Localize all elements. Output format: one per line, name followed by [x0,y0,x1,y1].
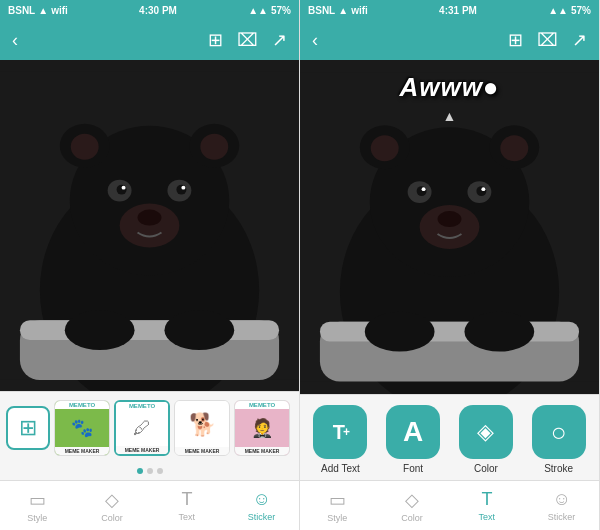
battery-left: 57% [271,5,291,16]
svg-point-24 [371,135,399,161]
text-position-handle[interactable]: ▲ [443,108,457,124]
svg-point-12 [181,186,185,190]
sticker-bottom-label-1: MEME MAKER [116,446,168,454]
sticker-emoji-0: 🐾 [71,409,93,447]
top-toolbar-left: ‹ ⊞ ⌧ ↗ [0,20,299,60]
tab-color-left[interactable]: ◇ Color [75,489,150,523]
style-tab-icon-right: ▭ [329,489,346,511]
svg-point-17 [65,310,135,350]
svg-point-28 [417,186,427,196]
sticker-bottom-label-2: MEME MAKER [175,447,229,455]
signal-bars-left: ▲▲ [248,5,268,16]
color-tab-icon-left: ◇ [105,489,119,511]
tab-sticker-right[interactable]: ☺ Sticker [524,489,599,522]
sticker-bottom-label-3: MEME MAKER [235,447,289,455]
sticker-tab-label-left: Sticker [248,512,276,522]
share-icon-right[interactable]: ↗ [572,29,587,51]
share-icon-left[interactable]: ↗ [272,29,287,51]
font-button[interactable]: A Font [386,405,440,474]
tab-text-left[interactable]: T Text [150,489,225,522]
svg-point-10 [176,185,186,195]
sticker-card-pink[interactable]: MEMETO 🤵 MEME MAKER [234,400,290,456]
sticker-bottom-label-0: MEME MAKER [55,447,109,455]
tab-sticker-left[interactable]: ☺ Sticker [224,489,299,522]
sticker-emoji-3: 🤵 [251,409,273,447]
tab-text-right[interactable]: T Text [450,489,525,522]
sticker-card-green[interactable]: MEMETO 🐾 MEME MAKER [54,400,110,456]
color-button[interactable]: ◈ Color [459,405,513,474]
meme-text-overlay[interactable]: Awww● [399,72,499,103]
svg-rect-16 [20,320,279,340]
status-left-right: BSNL ▲ wifi [308,5,368,16]
svg-point-25 [500,135,528,161]
dot-1 [147,468,153,474]
wifi-icon-left: wifi [51,5,68,16]
svg-point-30 [422,187,426,191]
svg-point-37 [464,312,534,352]
back-button-right[interactable]: ‹ [312,30,318,51]
panel-left: BSNL ▲ wifi 4:30 PM ▲▲ 57% ‹ ⊞ ⌧ ↗ [0,0,300,530]
svg-point-18 [164,310,234,350]
color-tab-label-left: Color [101,513,123,523]
signal-icon-right: ▲ [338,5,348,16]
color-tab-label-right: Color [401,513,423,523]
svg-point-9 [117,185,127,195]
text-tab-label-left: Text [179,512,196,522]
bottom-tabs-right: ▭ Style ◇ Color T Text ☺ Sticker [300,480,599,530]
photo-icon-right[interactable]: ⊞ [508,29,523,51]
status-right-left: ▲▲ 57% [248,5,291,16]
signal-icon-left: ▲ [38,5,48,16]
style-tab-label-right: Style [327,513,347,523]
toolbar-icons-right-right: ⊞ ⌧ ↗ [508,29,587,51]
sticker-area: ⊞ MEMETO 🐾 MEME MAKER MEMETO 🖊 MEME MAKE… [0,392,299,464]
status-bar-left: BSNL ▲ wifi 4:30 PM ▲▲ 57% [0,0,299,20]
stroke-icon: ○ [532,405,586,459]
sticker-top-label-1: MEMETO [116,402,168,410]
text-tab-label-right: Text [479,512,496,522]
sticker-tab-label-right: Sticker [548,512,576,522]
time-left: 4:30 PM [139,5,177,16]
crop-icon-left[interactable]: ⌧ [237,29,258,51]
carrier-left: BSNL [8,5,35,16]
carrier-right: BSNL [308,5,335,16]
svg-point-14 [138,210,162,226]
svg-point-31 [481,187,485,191]
sticker-emoji-1: 🖊 [133,410,151,446]
tab-color-right[interactable]: ◇ Color [375,489,450,523]
stroke-button[interactable]: ○ Stroke [532,405,586,474]
bottom-tabs-left: ▭ Style ◇ Color T Text ☺ Sticker [0,480,299,530]
status-bar-right: BSNL ▲ wifi 4:31 PM ▲▲ 57% [300,0,599,20]
color-tab-icon-right: ◇ [405,489,419,511]
sticker-selector-button[interactable]: ⊞ [6,406,50,450]
status-right-right: ▲▲ 57% [548,5,591,16]
sticker-tab-icon-left: ☺ [252,489,270,510]
photo-icon-left[interactable]: ⊞ [208,29,223,51]
tab-style-left[interactable]: ▭ Style [0,489,75,523]
bear-image-left [0,60,299,391]
svg-point-11 [122,186,126,190]
sticker-tab-icon-right: ☺ [552,489,570,510]
dot-0 [137,468,143,474]
sticker-top-label-0: MEMETO [55,401,109,409]
add-text-icon: T+ [313,405,367,459]
svg-point-5 [71,134,99,160]
battery-right: 57% [571,5,591,16]
top-toolbar-right: ‹ ⊞ ⌧ ↗ [300,20,599,60]
tools-section: T+ Add Text A Font ◈ Color ○ Stroke [300,394,599,480]
dot-2 [157,468,163,474]
image-area-left [0,60,299,391]
color-label: Color [474,463,498,474]
sticker-card-memeto[interactable]: MEMETO 🖊 MEME MAKER [114,400,170,456]
sticker-section: ⊞ MEMETO 🐾 MEME MAKER MEMETO 🖊 MEME MAKE… [0,391,299,480]
color-icon: ◈ [459,405,513,459]
svg-rect-35 [320,322,579,342]
add-text-button[interactable]: T+ Add Text [313,405,367,474]
tab-style-right[interactable]: ▭ Style [300,489,375,523]
add-text-label: Add Text [321,463,360,474]
crop-icon-right[interactable]: ⌧ [537,29,558,51]
svg-point-6 [200,134,228,160]
back-button-left[interactable]: ‹ [12,30,18,51]
text-tab-icon-right: T [481,489,492,510]
style-tab-label-left: Style [27,513,47,523]
sticker-card-doge[interactable]: 🐕 MEME MAKER [174,400,230,456]
